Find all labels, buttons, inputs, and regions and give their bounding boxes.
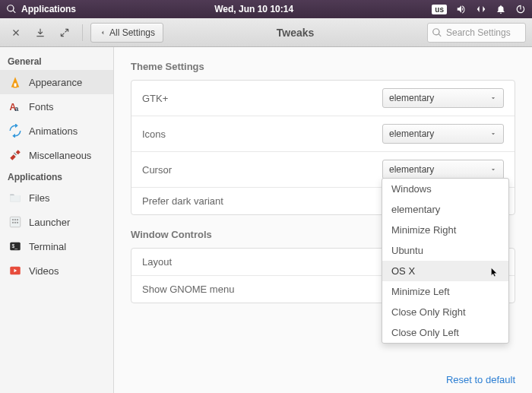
animations-icon	[8, 123, 23, 138]
menu-item-close-only-left[interactable]: Close Only Left	[382, 322, 508, 343]
svg-point-10	[17, 222, 18, 223]
sidebar-item-terminal[interactable]: $_ Terminal	[0, 234, 113, 258]
sidebar-item-label: Launcher	[29, 217, 70, 228]
svg-rect-3	[14, 152, 17, 155]
cursor-combo[interactable]: elementary	[382, 160, 504, 179]
videos-icon	[8, 263, 23, 278]
chevron-down-icon	[489, 94, 497, 102]
misc-icon	[8, 147, 23, 163]
window-title: Tweaks	[168, 27, 423, 39]
combo-value: elementary	[389, 164, 434, 175]
svg-point-6	[14, 219, 16, 220]
applications-menu[interactable]: Applications	[21, 4, 76, 14]
network-icon[interactable]	[476, 4, 486, 14]
row-gtk: GTK+ elementary	[131, 81, 515, 116]
sidebar-item-appearance[interactable]: Appearance	[0, 70, 113, 94]
sidebar-item-label: Videos	[29, 265, 59, 277]
back-label: All Settings	[109, 27, 155, 38]
notifications-icon[interactable]	[496, 4, 506, 14]
launcher-icon	[8, 214, 23, 230]
sidebar-section-general: General	[0, 52, 113, 70]
close-button[interactable]	[6, 23, 26, 43]
terminal-icon: $_	[8, 239, 23, 254]
menu-item-windows[interactable]: Windows	[382, 179, 508, 199]
svg-point-8	[12, 222, 14, 223]
sidebar-item-label: Files	[29, 192, 49, 204]
combo-value: elementary	[389, 93, 434, 103]
divider	[82, 24, 83, 41]
main-area: General Appearance Aa Fonts Animations M…	[0, 47, 532, 393]
svg-rect-0	[14, 84, 17, 87]
mouse-cursor	[489, 265, 500, 281]
sidebar-item-fonts[interactable]: Aa Fonts	[0, 94, 113, 119]
search-icon[interactable]	[6, 4, 17, 14]
gtk-combo[interactable]: elementary	[382, 88, 504, 108]
reset-link[interactable]: Reset to default	[446, 374, 515, 385]
search-icon	[432, 27, 442, 38]
sidebar-item-files[interactable]: Files	[0, 185, 113, 210]
panel-clock[interactable]: Wed, Jun 10 10:14	[76, 4, 432, 14]
sidebar: General Appearance Aa Fonts Animations M…	[0, 47, 114, 393]
sidebar-item-label: Terminal	[29, 241, 66, 252]
sidebar-item-launcher[interactable]: Launcher	[0, 210, 113, 234]
files-icon	[8, 190, 23, 205]
menu-item-ubuntu[interactable]: Ubuntu	[382, 240, 508, 261]
svg-point-9	[14, 222, 16, 223]
power-icon[interactable]	[515, 4, 526, 14]
sidebar-item-miscellaneous[interactable]: Miscellaneous	[0, 143, 113, 167]
menu-item-minimize-left[interactable]: Minimize Left	[382, 281, 508, 302]
svg-point-5	[12, 219, 14, 220]
all-settings-button[interactable]: All Settings	[90, 23, 163, 43]
top-panel: Applications Wed, Jun 10 10:14 us	[0, 0, 532, 18]
sound-icon[interactable]	[456, 4, 467, 14]
sidebar-item-label: Fonts	[29, 101, 54, 113]
gtk-label: GTK+	[142, 93, 382, 104]
appearance-icon	[8, 74, 23, 90]
sidebar-item-label: Miscellaneous	[29, 150, 91, 161]
chevron-down-icon	[489, 166, 497, 173]
chevron-down-icon	[489, 130, 497, 138]
content-area: Theme Settings GTK+ elementary Icons ele…	[114, 47, 532, 393]
svg-text:$_: $_	[12, 243, 18, 249]
maximize-button[interactable]	[55, 23, 74, 43]
svg-point-7	[17, 219, 18, 220]
search-wrap	[427, 23, 526, 43]
sidebar-item-label: Appearance	[29, 77, 82, 88]
svg-text:a: a	[14, 105, 19, 113]
menu-item-close-only-right[interactable]: Close Only Right	[382, 302, 508, 322]
combo-value: elementary	[389, 128, 434, 139]
fonts-icon: Aa	[8, 99, 23, 114]
chevron-left-icon	[99, 29, 106, 36]
menu-item-elementary[interactable]: elementary	[382, 199, 508, 220]
sidebar-item-label: Animations	[29, 125, 78, 137]
sidebar-section-applications: Applications	[0, 167, 113, 185]
menu-item-minimize-right[interactable]: Minimize Right	[382, 220, 508, 240]
sidebar-item-animations[interactable]: Animations	[0, 119, 113, 143]
layout-dropdown-menu: Windows elementary Minimize Right Ubuntu…	[382, 178, 509, 344]
icons-combo[interactable]: elementary	[382, 124, 504, 144]
icons-label: Icons	[142, 128, 382, 140]
cursor-label: Cursor	[142, 164, 382, 176]
header-bar: All Settings Tweaks	[0, 18, 532, 47]
sidebar-item-videos[interactable]: Videos	[0, 258, 113, 283]
keyboard-indicator[interactable]: us	[432, 5, 447, 14]
row-icons: Icons elementary	[131, 116, 515, 152]
section-theme-settings: Theme Settings	[131, 61, 515, 72]
minimize-button[interactable]	[30, 23, 50, 43]
